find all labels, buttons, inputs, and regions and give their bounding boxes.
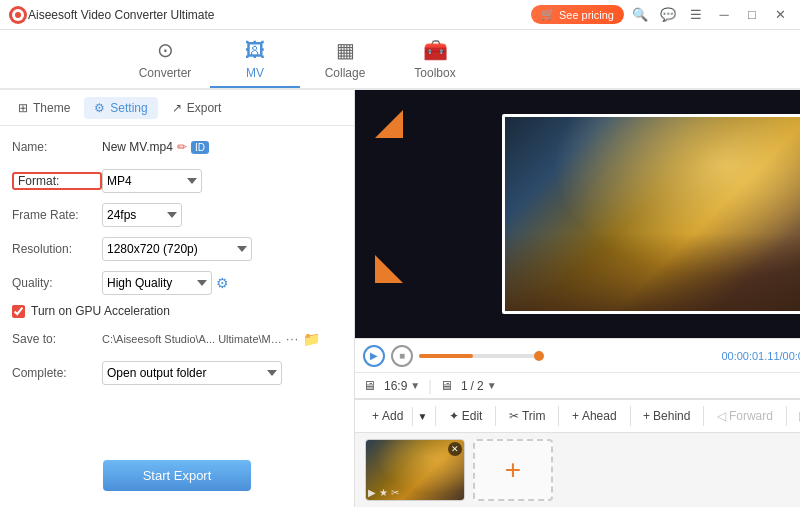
complete-value-wrap: Open output folderDo nothing <box>102 361 342 385</box>
page-chevron-icon: ▼ <box>487 380 497 391</box>
folder-icon[interactable]: 📁 <box>303 331 320 347</box>
add-btn-wrap: + Add ▼ <box>363 404 431 428</box>
setting-icon: ⚙ <box>94 101 105 115</box>
ahead-button[interactable]: + Ahead <box>563 404 626 428</box>
film-item-controls: ▶ ★ ✂ <box>368 487 399 498</box>
film-cut-icon[interactable]: ✂ <box>391 487 399 498</box>
content-area: ⊞ Theme ⚙ Setting ↗ Export Name: New MV.… <box>0 90 800 507</box>
page-total: 2 <box>477 379 484 393</box>
backward-button[interactable]: ▷ Backward <box>790 404 800 428</box>
bottom-section: + Add ▼ ✦ Edit ✂ Trim + Ah <box>355 398 800 507</box>
theme-icon: ⊞ <box>18 101 28 115</box>
stop-button[interactable]: ■ <box>391 345 413 367</box>
resolution-row: Resolution: 1280x720 (720p)1920x1080 (10… <box>12 236 342 262</box>
save-to-path: C:\Aiseesoft Studio\A... Ultimate\MV Exp… <box>102 333 282 345</box>
complete-select[interactable]: Open output folderDo nothing <box>102 361 282 385</box>
format-row: Format: MP4MOVAVIMKV <box>12 168 342 194</box>
playback-controls: ▶ ■ 00:00:01.11/00:00:07.22 🔊 Start Expo… <box>355 338 800 372</box>
behind-button[interactable]: + Behind <box>634 404 699 428</box>
settings-form: Name: New MV.mp4 ✏ ID Format: MP4MOVAVIM… <box>0 126 354 442</box>
app-title: Aiseesoft Video Converter Ultimate <box>28 8 531 22</box>
time-display: 00:00:01.11/00:00:07.22 <box>721 350 800 362</box>
name-badge: ID <box>191 141 209 154</box>
ahead-icon: + <box>572 409 579 423</box>
progress-fill <box>419 354 473 358</box>
film-play-icon[interactable]: ▶ <box>368 487 376 498</box>
preview-area <box>355 90 800 338</box>
page-select[interactable]: 1 / 2 ▼ <box>461 379 497 393</box>
left-export-wrap: Start Export <box>0 442 354 507</box>
aspect-divider: | <box>428 378 432 394</box>
minimize-button[interactable]: ─ <box>712 3 736 27</box>
resolution-label: Resolution: <box>12 242 102 256</box>
corner-arrow-tl <box>375 110 403 138</box>
forward-button[interactable]: ◁ Forward <box>708 404 782 428</box>
behind-icon: + <box>643 409 650 423</box>
gpu-row: Turn on GPU Acceleration <box>12 304 342 318</box>
sub-tabs: ⊞ Theme ⚙ Setting ↗ Export <box>0 90 354 126</box>
main-nav: ⊙ Converter 🖼 MV ▦ Collage 🧰 Toolbox <box>0 30 800 90</box>
left-start-export-button[interactable]: Start Export <box>103 460 252 491</box>
complete-row: Complete: Open output folderDo nothing <box>12 360 342 386</box>
close-button[interactable]: ✕ <box>768 3 792 27</box>
progress-dot <box>534 351 544 361</box>
maximize-button[interactable]: □ <box>740 3 764 27</box>
titlebar: Aiseesoft Video Converter Ultimate 🛒 See… <box>0 0 800 30</box>
sub-tab-setting[interactable]: ⚙ Setting <box>84 97 157 119</box>
nav-tab-toolbox[interactable]: 🧰 Toolbox <box>390 32 480 88</box>
sub-tab-export[interactable]: ↗ Export <box>162 97 232 119</box>
mv-icon: 🖼 <box>245 39 265 62</box>
filmstrip: ✕ ▶ ★ ✂ + <box>355 432 800 507</box>
frame-rate-label: Frame Rate: <box>12 208 102 222</box>
plus-icon: + <box>372 409 379 423</box>
toolbox-icon: 🧰 <box>423 38 448 62</box>
bottom-toolbar: + Add ▼ ✦ Edit ✂ Trim + Ah <box>355 398 800 432</box>
save-to-value-wrap: C:\Aiseesoft Studio\A... Ultimate\MV Exp… <box>102 331 342 347</box>
film-add-button[interactable]: + <box>473 439 553 501</box>
edit-button[interactable]: ✦ Edit <box>440 404 492 428</box>
resolution-value-wrap: 1280x720 (720p)1920x1080 (1080p) <box>102 237 342 261</box>
chat-button[interactable]: 💬 <box>656 3 680 27</box>
frame-rate-select[interactable]: 24fps25fps30fps60fps <box>102 203 182 227</box>
collage-icon: ▦ <box>336 38 355 62</box>
menu-button[interactable]: ☰ <box>684 3 708 27</box>
complete-label: Complete: <box>12 366 102 380</box>
film-item-close[interactable]: ✕ <box>448 442 462 456</box>
save-to-label: Save to: <box>12 332 102 346</box>
resolution-select[interactable]: 1280x720 (720p)1920x1080 (1080p) <box>102 237 252 261</box>
film-item[interactable]: ✕ ▶ ★ ✂ <box>365 439 465 501</box>
aspect-chevron-icon: ▼ <box>410 380 420 391</box>
gpu-label: Turn on GPU Acceleration <box>31 304 170 318</box>
page-sep: / <box>471 379 474 393</box>
aspect-controls: 🖥 16:9 ▼ | 🖥 1 / 2 ▼ <box>355 372 800 398</box>
sub-tab-theme[interactable]: ⊞ Theme <box>8 97 80 119</box>
nav-tab-converter[interactable]: ⊙ Converter <box>120 32 210 88</box>
titlebar-actions: 🛒 See pricing 🔍 💬 ☰ ─ □ ✕ <box>531 3 792 27</box>
format-select[interactable]: MP4MOVAVIMKV <box>102 169 202 193</box>
nav-tab-collage[interactable]: ▦ Collage <box>300 32 390 88</box>
add-dropdown-icon[interactable]: ▼ <box>412 407 431 426</box>
app-logo <box>8 5 28 25</box>
nav-tab-mv[interactable]: 🖼 MV <box>210 32 300 88</box>
edit-icon: ✦ <box>449 409 459 423</box>
see-pricing-button[interactable]: 🛒 See pricing <box>531 5 624 24</box>
more-button[interactable]: ··· <box>286 332 299 346</box>
trim-button[interactable]: ✂ Trim <box>500 404 555 428</box>
search-button[interactable]: 🔍 <box>628 3 652 27</box>
play-button[interactable]: ▶ <box>363 345 385 367</box>
trim-icon: ✂ <box>509 409 519 423</box>
monitor-icon2: 🖥 <box>440 378 453 393</box>
add-button[interactable]: + Add <box>363 404 412 428</box>
quality-select[interactable]: High QualityMedium Quality <box>102 271 212 295</box>
name-value: New MV.mp4 <box>102 140 173 154</box>
save-to-row: Save to: C:\Aiseesoft Studio\A... Ultima… <box>12 326 342 352</box>
edit-name-icon[interactable]: ✏ <box>177 140 187 154</box>
film-star-icon[interactable]: ★ <box>379 487 388 498</box>
quality-gear-icon[interactable]: ⚙ <box>216 275 229 291</box>
frame-rate-row: Frame Rate: 24fps25fps30fps60fps <box>12 202 342 228</box>
gpu-checkbox[interactable] <box>12 305 25 318</box>
converter-icon: ⊙ <box>157 38 174 62</box>
progress-bar[interactable] <box>419 354 539 358</box>
export-icon: ↗ <box>172 101 182 115</box>
aspect-ratio-select[interactable]: 16:9 ▼ <box>384 379 420 393</box>
